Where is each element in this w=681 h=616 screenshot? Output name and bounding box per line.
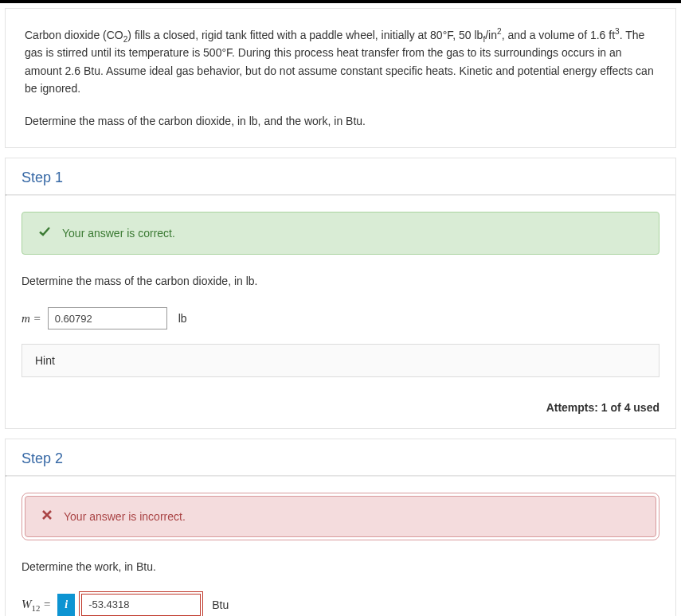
problem-paragraph-1: Carbon dioxide (CO2) fills a closed, rig… — [25, 26, 656, 98]
mass-input[interactable] — [48, 307, 167, 329]
feedback-correct: Your answer is correct. — [22, 212, 659, 255]
step-1-panel: Step 1 Your answer is correct. Determine… — [5, 158, 676, 429]
attempts-text: Attempts: 1 of 4 used — [6, 393, 675, 428]
step-1-title: Step 1 — [22, 170, 63, 185]
cross-icon — [41, 509, 53, 524]
problem-paragraph-2: Determine the mass of the carbon dioxide… — [25, 112, 656, 130]
problem-panel: Carbon dioxide (CO2) fills a closed, rig… — [5, 8, 676, 148]
unit-lb: lb — [178, 312, 187, 325]
feedback-text: Your answer is incorrect. — [64, 510, 186, 523]
info-icon[interactable]: i — [57, 594, 75, 616]
step-1-question: Determine the mass of the carbon dioxide… — [22, 272, 659, 290]
work-input[interactable] — [81, 594, 201, 616]
variable-label-w12: W12 = — [22, 598, 51, 611]
feedback-incorrect: Your answer is incorrect. — [25, 496, 656, 537]
answer-row: W12 = i Btu — [22, 594, 659, 616]
hint-button[interactable]: Hint — [22, 344, 659, 377]
step-2-panel: Step 2 Your answer is incorrect. Determi… — [5, 439, 676, 616]
feedback-text: Your answer is correct. — [62, 227, 175, 240]
unit-btu: Btu — [212, 598, 229, 611]
check-icon — [38, 225, 51, 241]
variable-label-m: m = — [22, 312, 41, 326]
step-2-title: Step 2 — [22, 450, 63, 466]
step-2-question: Determine the work, in Btu. — [22, 558, 659, 575]
answer-row: m = lb — [22, 307, 659, 329]
